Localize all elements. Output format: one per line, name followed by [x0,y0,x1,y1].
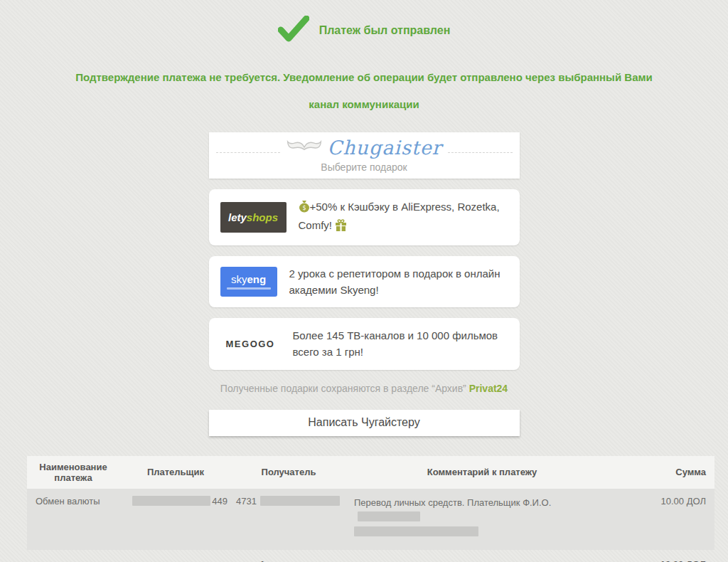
confirmation-note: Подтверждение платежа не требуется. Увед… [73,64,655,118]
chugaister-panel: Chugaister Выберите подарок [209,132,520,179]
payments-total: 10.00 ДОЛ [619,559,714,562]
skyeng-logo-text: sky [231,273,247,285]
redacted-comment [358,511,420,521]
skyeng-logo: skyeng [220,267,277,297]
success-header: Платеж был отправлен [0,0,728,46]
gift-icon [335,219,347,235]
gift-card-letyshops[interactable]: letyshops $ +50% к Кэшбэку в AliExpress,… [209,189,520,245]
cell-recipient: 4731 [232,496,346,540]
header-amount: Сумма [619,467,714,477]
gift-card-text: $ +50% к Кэшбэку в AliExpress, Rozetka, … [299,198,508,236]
gift-card-skyeng[interactable]: skyeng 2 урока с репетитором в подарок в… [209,256,520,308]
letyshops-logo: letyshops [220,202,287,233]
moneybag-icon: $ [299,200,310,217]
header-payer: Плательщик [119,467,232,477]
skyeng-logo-bold: eng [247,273,266,285]
redacted-payer [132,496,210,506]
cell-amount: 10.00 ДОЛ [619,496,714,540]
svg-text:$: $ [302,205,306,211]
cell-comment: Перевод личных средств. Плательщик Ф.И.О… [346,496,619,540]
write-chugaister-button[interactable]: Написать Чугайстеру [209,410,520,436]
gift-prompt: Выберите подарок [216,159,513,173]
success-check-icon [278,16,309,46]
table-header-row: Наименование платежа Плательщик Получате… [27,456,714,489]
cell-payer: 449 [119,496,232,540]
divider [216,152,281,153]
gift-card-megogo[interactable]: MEGOGO Более 145 ТВ-каналов и 10 000 фил… [209,318,520,370]
megogo-logo: MEGOGO [220,339,281,349]
header-recipient: Получатель [232,467,346,477]
mustache-icon [286,139,323,157]
gift-card-text: 2 урока с репетитором в подарок в онлайн… [289,265,508,299]
table-row: Обмен валюты 449 4731 Перевод личных сре… [27,489,714,550]
privat24-link[interactable]: Privat24 [469,383,508,394]
payments-table: Наименование платежа Плательщик Получате… [27,456,714,562]
redacted-comment-line2 [354,526,478,536]
skyeng-tagline [227,287,271,290]
cell-payment-name: Обмен валюты [27,496,119,540]
table-footer-row: 1 платеж 10.00 ДОЛ [27,550,714,562]
archive-note: Полученные подарки сохраняются в разделе… [209,383,520,394]
payments-count: 1 платеж [27,559,619,562]
page-title: Платеж был отправлен [319,24,451,37]
header-comment: Комментарий к платежу [346,467,619,477]
redacted-recipient [260,496,340,506]
chugaister-brand: Chugaister [327,137,441,159]
letyshops-logo-accent: shops [247,211,278,223]
header-payment-name: Наименование платежа [27,462,119,483]
divider [448,152,513,153]
gift-card-text: Более 145 ТВ-каналов и 10 000 фильмов вс… [293,327,508,361]
letyshops-logo-text: lety [228,211,247,223]
